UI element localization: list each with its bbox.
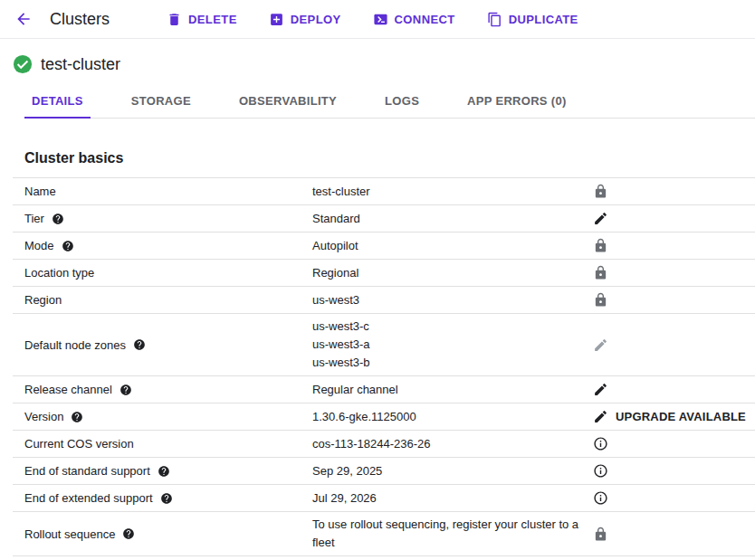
row-value: cos-113-18244-236-26 — [312, 435, 593, 453]
tab-bar: DETAILS STORAGE OBSERVABILITY LOGS APP E… — [24, 86, 755, 119]
back-button[interactable] — [13, 8, 34, 30]
help-icon[interactable] — [119, 384, 132, 396]
table-row-location-type: Location type Regional — [13, 259, 755, 286]
row-label: Region — [24, 293, 62, 307]
table-row-release-channel: Release channel Regular channel — [13, 375, 755, 403]
table-row-rollout-sequence: Rollout sequence To use rollout sequenci… — [13, 511, 755, 556]
row-value: To use rollout sequencing, register your… — [312, 516, 593, 552]
edit-pencil-icon[interactable] — [593, 409, 608, 424]
cluster-heading: test-cluster — [13, 54, 755, 74]
back-arrow-icon — [14, 10, 33, 28]
row-value: Sep 29, 2025 — [312, 462, 593, 480]
page-header: Clusters DELETE DEPLOY CONNECT DUPLICATE — [0, 0, 755, 39]
row-value: us-west3 — [312, 291, 593, 309]
row-value: Jul 29, 2026 — [312, 489, 593, 508]
section-title-cluster-basics: Cluster basics — [24, 150, 755, 166]
row-value: Regional — [312, 264, 593, 282]
table-row-region: Region us-west3 — [13, 286, 755, 313]
table-row-default-node-zones: Default node zones us-west3-c us-west3-a… — [13, 313, 755, 375]
row-label: Release channel — [24, 383, 112, 396]
connect-button[interactable]: CONNECT — [373, 12, 455, 27]
copy-icon — [487, 12, 502, 27]
table-row-end-standard-support: End of standard support Sep 29, 2025 — [13, 457, 755, 484]
table-row-version: Version 1.30.6-gke.1125000 UPGRADE AVAIL… — [13, 403, 755, 430]
row-label: Mode — [24, 239, 54, 252]
edit-pencil-disabled-icon — [593, 337, 608, 353]
help-icon[interactable] — [158, 465, 170, 478]
lock-icon — [593, 527, 608, 542]
info-icon[interactable] — [593, 490, 608, 506]
delete-button[interactable]: DELETE — [167, 12, 237, 27]
table-row-end-extended-support: End of extended support Jul 29, 2026 — [13, 484, 755, 511]
tab-details[interactable]: DETAILS — [24, 86, 91, 119]
edit-pencil-icon[interactable] — [593, 382, 608, 397]
row-label: Tier — [24, 212, 44, 225]
lock-icon — [593, 292, 608, 308]
toolbar: DELETE DEPLOY CONNECT DUPLICATE — [167, 12, 578, 27]
cluster-name: test-cluster — [41, 55, 120, 74]
trash-icon — [167, 12, 182, 27]
row-label: Default node zones — [24, 338, 126, 352]
row-label: Name — [24, 185, 56, 198]
row-value: Autopilot — [312, 237, 593, 255]
row-label: Version — [24, 410, 63, 423]
lock-icon — [593, 238, 608, 253]
deploy-plus-icon — [269, 12, 284, 27]
duplicate-button[interactable]: DUPLICATE — [487, 12, 578, 27]
terminal-icon — [373, 12, 388, 27]
page-title: Clusters — [50, 10, 110, 29]
info-icon[interactable] — [593, 436, 608, 451]
help-icon[interactable] — [71, 411, 83, 423]
row-value: 1.30.6-gke.1125000 — [312, 408, 593, 426]
upgrade-available-label[interactable]: UPGRADE AVAILABLE — [616, 410, 746, 423]
info-icon[interactable] — [593, 463, 608, 479]
help-icon[interactable] — [52, 213, 64, 225]
status-ok-icon — [13, 54, 33, 74]
table-row-tier: Tier Standard — [13, 204, 755, 232]
table-row-current-cos-version: Current COS version cos-113-18244-236-26 — [13, 430, 755, 457]
row-label: Rollout sequence — [24, 527, 115, 541]
tab-storage[interactable]: STORAGE — [124, 86, 198, 119]
row-value: Regular channel — [312, 381, 593, 399]
row-value: Standard — [312, 210, 593, 228]
lock-icon — [593, 265, 608, 280]
table-row-mode: Mode Autopilot — [13, 232, 755, 259]
row-value: test-cluster — [312, 183, 593, 201]
help-icon[interactable] — [62, 240, 74, 252]
deploy-button[interactable]: DEPLOY — [269, 12, 341, 27]
help-icon[interactable] — [122, 527, 135, 540]
table-row-name: Name test-cluster — [13, 177, 755, 204]
row-label: Location type — [24, 266, 94, 280]
cluster-basics-table: Name test-cluster Tier Standard Mode Aut… — [13, 177, 755, 556]
row-label: End of standard support — [24, 464, 150, 478]
tab-logs[interactable]: LOGS — [378, 86, 426, 119]
row-value: us-west3-c us-west3-a us-west3-b — [312, 318, 593, 372]
lock-icon — [593, 184, 608, 199]
edit-pencil-icon[interactable] — [593, 211, 608, 226]
row-label: Current COS version — [24, 437, 134, 451]
tab-observability[interactable]: OBSERVABILITY — [232, 86, 344, 119]
help-icon[interactable] — [160, 492, 173, 505]
tab-app-errors[interactable]: APP ERRORS (0) — [460, 86, 573, 119]
row-label: End of extended support — [24, 491, 153, 505]
help-icon[interactable] — [133, 338, 146, 351]
